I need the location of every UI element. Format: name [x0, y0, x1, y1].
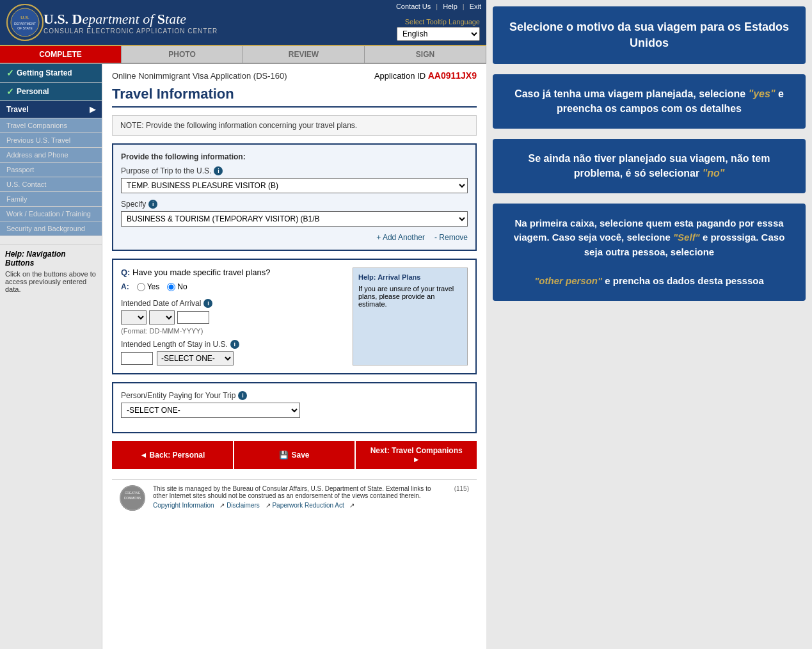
sidebar-item-passport[interactable]: Passport	[0, 163, 102, 177]
travel-plans-section: Q: Have you made specific travel plans? …	[112, 259, 477, 374]
check-icon-personal: ✓	[6, 86, 14, 97]
next-button[interactable]: Next: Travel Companions ►	[356, 441, 477, 469]
specify-select[interactable]: BUSINESS & TOURISM (TEMPORARY VISITOR) (…	[121, 211, 468, 227]
arrival-label: Intended Date of Arrival i	[121, 299, 345, 308]
paying-info-icon[interactable]: i	[238, 391, 247, 400]
tooltip-2: Caso já tenha uma viagem planejada, sele…	[493, 74, 806, 129]
header: U.S. DEPARTMENT OF STATE U.S. Department…	[0, 0, 486, 46]
language-selector-area: Select Tooltip Language English	[397, 18, 480, 41]
footer-links: Copyright Information ↗ Disclaimers ↗ Pa…	[153, 502, 447, 509]
specify-label: Specify i	[121, 200, 468, 209]
tooltip-1: Selecione o motivo da sua viagem para os…	[493, 6, 806, 64]
lang-label: Select Tooltip Language	[405, 18, 480, 26]
disclaimers-link[interactable]: Disclaimers	[227, 502, 260, 509]
agency-subtitle: CONSULAR ELECTRONIC APPLICATION CENTER	[44, 28, 397, 35]
arrival-help-box: Help: Arrival Plans If you are unsure of…	[353, 268, 468, 365]
sidebar-item-family[interactable]: Family	[0, 192, 102, 207]
no-radio-label[interactable]: No	[167, 282, 187, 291]
help-body: Click on the buttons above to access pre…	[5, 270, 97, 293]
check-icon: ✓	[6, 68, 14, 78]
arrival-year-input[interactable]	[177, 311, 209, 324]
specify-info-icon[interactable]: i	[148, 200, 157, 209]
arrival-day-select[interactable]	[121, 310, 147, 324]
footer-text: This site is managed by the Bureau of Co…	[153, 485, 447, 509]
content-area: ✓ Getting Started ✓ Personal Travel ▶ Tr…	[0, 64, 486, 649]
arrival-date-section: Intended Date of Arrival i (Format: DD-M…	[121, 299, 345, 335]
paying-label: Person/Entity Paying for Your Trip i	[121, 391, 468, 400]
page-title: Travel Information	[112, 86, 477, 108]
sidebar-item-travel[interactable]: Travel ▶	[0, 101, 102, 118]
arrival-month-select[interactable]	[149, 310, 175, 324]
paying-select[interactable]: -SELECT ONE-	[121, 403, 300, 418]
back-button[interactable]: ◄ Back: Personal	[112, 441, 233, 469]
sidebar-item-work-education[interactable]: Work / Education / Training	[0, 207, 102, 221]
svg-text:COMMONS: COMMONS	[124, 496, 141, 500]
bottom-buttons: ◄ Back: Personal 💾 Save Next: Travel Com…	[112, 441, 477, 469]
sidebar-item-address[interactable]: Address and Phone	[0, 148, 102, 163]
footer: CREATIVE COMMONS This site is managed by…	[112, 479, 477, 516]
nav-tabs: COMPLETE PHOTO REVIEW SIGN	[0, 46, 486, 64]
length-info-icon[interactable]: i	[230, 340, 239, 349]
app-id: Application ID AA0911JX9	[374, 70, 477, 81]
svg-text:CREATIVE: CREATIVE	[125, 491, 141, 495]
expand-icon: ▶	[90, 105, 95, 114]
svg-text:OF STATE: OF STATE	[17, 26, 33, 30]
tab-complete[interactable]: COMPLETE	[0, 46, 122, 63]
sidebar-item-us-contact[interactable]: U.S. Contact	[0, 177, 102, 192]
trip-purpose-section: Provide the following information: Purpo…	[112, 143, 477, 251]
travel-plans-left: Q: Have you made specific travel plans? …	[121, 268, 345, 365]
section1-heading: Provide the following information:	[121, 152, 468, 161]
yes-radio-label[interactable]: Yes	[137, 282, 160, 291]
arrival-info-icon[interactable]: i	[203, 299, 212, 308]
copyright-link[interactable]: Copyright Information	[153, 502, 214, 509]
footer-seal-icon: CREATIVE COMMONS	[120, 485, 145, 511]
sidebar-item-getting-started[interactable]: ✓ Getting Started	[0, 64, 102, 83]
agency-seal: U.S. DEPARTMENT OF STATE	[6, 4, 44, 41]
app-id-value: AA0911JX9	[428, 70, 477, 81]
travel-radio-group: A: Yes No	[121, 282, 345, 291]
save-icon: 💾	[279, 451, 289, 460]
tab-review[interactable]: REVIEW	[243, 46, 365, 63]
save-button[interactable]: 💾 Save	[233, 441, 356, 469]
arrival-help-title: Help: Arrival Plans	[358, 273, 462, 281]
purpose-info-icon[interactable]: i	[214, 166, 223, 175]
app-header: Online Nonimmigrant Visa Application (DS…	[112, 70, 477, 81]
remove-link[interactable]: - Remove	[434, 233, 468, 242]
agency-title: U.S. Department of State CONSULAR ELECTR…	[44, 11, 397, 35]
length-label: Intended Length of Stay in U.S. i	[121, 340, 345, 349]
sidebar: ✓ Getting Started ✓ Personal Travel ▶ Tr…	[0, 64, 102, 649]
help-link[interactable]: Help	[443, 3, 458, 10]
app-id-label: Application ID	[374, 71, 426, 81]
sidebar-item-travel-companions[interactable]: Travel Companions	[0, 118, 102, 133]
purpose-select[interactable]: TEMP. BUSINESS PLEASURE VISITOR (B)	[121, 178, 468, 193]
help-box: Help: Navigation Buttons Click on the bu…	[0, 244, 102, 298]
svg-text:U.S.: U.S.	[20, 15, 29, 20]
yes-radio[interactable]	[137, 283, 145, 291]
right-panel: Selecione o motivo da sua viagem para os…	[486, 0, 812, 649]
paying-section: Person/Entity Paying for Your Trip i -SE…	[112, 382, 477, 433]
sidebar-item-security[interactable]: Security and Background	[0, 221, 102, 236]
arrival-selects	[121, 310, 345, 324]
tab-sign[interactable]: SIGN	[365, 46, 486, 63]
page-number: (115)	[454, 485, 469, 492]
exit-link[interactable]: Exit	[470, 3, 481, 10]
app-title: Online Nonimmigrant Visa Application (DS…	[112, 71, 287, 81]
tooltip-3: Se ainda não tiver planejado sua viagem,…	[493, 139, 806, 193]
sidebar-item-personal[interactable]: ✓ Personal	[0, 83, 102, 101]
length-unit-select[interactable]: -SELECT ONE-	[157, 351, 234, 365]
svg-text:DEPARTMENT: DEPARTMENT	[14, 22, 36, 26]
form-area: Online Nonimmigrant Visa Application (DS…	[102, 64, 486, 649]
add-another-link[interactable]: + Add Another	[376, 233, 425, 242]
tooltip-4: Na primeira caixa, selecione quem esta p…	[493, 204, 806, 301]
language-select[interactable]: English	[397, 27, 480, 41]
sidebar-item-previous-travel[interactable]: Previous U.S. Travel	[0, 133, 102, 148]
no-radio[interactable]	[167, 283, 175, 291]
contact-link[interactable]: Contact Us	[396, 3, 431, 10]
arrival-help-body: If you are unsure of your travel plans, …	[358, 285, 462, 308]
length-row: -SELECT ONE-	[121, 351, 345, 365]
tab-photo[interactable]: PHOTO	[122, 46, 243, 63]
paperwork-link[interactable]: Paperwork Reduction Act	[272, 502, 344, 509]
length-number-input[interactable]	[121, 352, 153, 365]
note-box: NOTE: Provide the following information …	[112, 115, 477, 136]
question: Q: Have you made specific travel plans?	[121, 268, 345, 277]
